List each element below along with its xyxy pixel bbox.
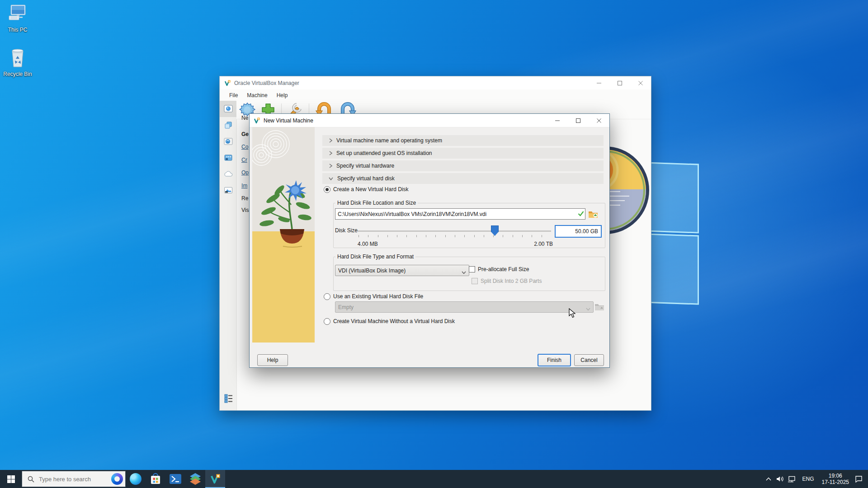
slider-handle[interactable] [491, 225, 499, 236]
cloud-icon [224, 170, 233, 178]
choose-disk-file-button[interactable] [587, 209, 599, 219]
slider-track[interactable] [358, 230, 551, 232]
expander-hard-disk[interactable]: Specify virtual hard disk [322, 173, 604, 184]
manager-maximize-button[interactable] [609, 76, 630, 89]
desktop-icon-recycle-bin[interactable]: Recycle Bin [0, 47, 35, 77]
radio-no-disk-label[interactable]: Create Virtual Machine Without a Virtual… [333, 318, 455, 324]
help-button[interactable]: Help [257, 354, 288, 366]
sidebar-extensions-button[interactable] [220, 133, 236, 150]
dialog-maximize-button[interactable] [568, 114, 589, 127]
expander-unattended[interactable]: Set up unattended guest OS installation [322, 148, 604, 159]
chevron-down-icon [328, 176, 334, 181]
close-icon [638, 80, 643, 86]
welcome-link-fragment[interactable]: Im [241, 183, 247, 189]
copilot-icon[interactable] [111, 473, 123, 485]
menu-file[interactable]: File [225, 90, 242, 100]
sidebar-media-button[interactable] [220, 150, 236, 166]
edge-icon [130, 473, 142, 485]
group-location-size-label: Hard Disk File Location and Size [335, 200, 418, 206]
taskbar-virtualbox-button[interactable] [205, 470, 225, 488]
expander-label: Specify virtual hardware [336, 163, 394, 169]
existing-disk-dropdown: Empty [335, 301, 594, 313]
minimize-icon [555, 118, 560, 123]
dialog-titlebar[interactable]: New Virtual Machine [250, 114, 609, 127]
taskbar-edge-button[interactable] [126, 470, 146, 488]
dialog-illustration [252, 127, 315, 343]
manager-close-button[interactable] [630, 76, 651, 89]
help-button-label: Help [267, 357, 278, 363]
menu-help[interactable]: Help [272, 90, 292, 100]
welcome-link-fragment[interactable]: Co [241, 144, 248, 150]
taskbar-layers-button[interactable] [185, 470, 205, 488]
maximize-icon [576, 118, 581, 123]
tray-volume-button[interactable] [774, 470, 786, 488]
welcome-fragment: Vis [241, 207, 249, 213]
radio-create-new-disk-label[interactable]: Create a New Virtual Hard Disk [333, 186, 409, 192]
taskbar-store-button[interactable] [146, 470, 165, 488]
desktop: This PC Recycle Bin Oracle VirtualBox Ma… [0, 0, 868, 488]
radio-use-existing-disk-label[interactable]: Use an Existing Virtual Hard Disk File [333, 293, 423, 300]
preallocate-checkbox-label[interactable]: Pre-allocate Full Size [478, 266, 529, 272]
taskbar-powershell-button[interactable] [165, 470, 185, 488]
taskbar-search[interactable] [22, 471, 126, 487]
tray-clock-button[interactable]: 19:06 17-11-2025 [818, 473, 853, 485]
search-input[interactable] [38, 475, 103, 483]
layers-icon [189, 473, 201, 485]
split-disk-checkbox-label: Split Disk Into 2 GB Parts [481, 278, 542, 284]
expander-label: Specify virtual hard disk [337, 175, 395, 182]
disk-size-slider[interactable] [358, 225, 551, 239]
sidebar-snapshots-button[interactable] [220, 182, 236, 198]
manager-minimize-button[interactable] [589, 76, 609, 89]
welcome-fragment: Re [241, 195, 248, 202]
taskbar: ENG 19:06 17-11-2025 [0, 470, 868, 488]
sidebar-machines-button[interactable] [220, 117, 236, 133]
group-type-format-label: Hard Disk File Type and Format [335, 253, 415, 260]
sidebar-home-button[interactable] [220, 101, 236, 117]
manager-titlebar[interactable]: Oracle VirtualBox Manager [220, 76, 651, 89]
tray-chevron-up-button[interactable] [763, 470, 774, 488]
menu-machine[interactable]: Machine [242, 90, 272, 100]
radio-create-new-disk[interactable] [324, 186, 330, 193]
slider-ticks [359, 235, 550, 237]
tray-date: 17-11-2025 [822, 479, 849, 485]
maximize-icon [617, 80, 623, 86]
desktop-icon-this-pc[interactable]: This PC [0, 4, 35, 33]
finish-button[interactable]: Finish [538, 354, 571, 366]
virtualbox-logo-icon [253, 117, 260, 124]
expander-hardware[interactable]: Specify virtual hardware [322, 160, 604, 171]
start-button[interactable] [0, 470, 22, 488]
disk-size-value-input[interactable] [555, 225, 602, 238]
tray-network-button[interactable] [786, 470, 798, 488]
cancel-button[interactable]: Cancel [574, 354, 604, 366]
split-disk-checkbox [472, 278, 478, 284]
media-icon [224, 154, 233, 162]
disk-file-path-input[interactable] [335, 208, 585, 220]
radio-use-existing-disk[interactable] [324, 293, 330, 300]
dialog-minimize-button[interactable] [547, 114, 568, 127]
sidebar-log-button[interactable] [220, 390, 236, 407]
valid-check-icon [578, 211, 584, 216]
welcome-link-fragment[interactable]: Cr [241, 157, 247, 163]
action-center-icon [855, 475, 863, 483]
pictures-icon [224, 186, 233, 194]
action-center-button[interactable] [853, 470, 864, 488]
tray-time: 19:06 [822, 473, 849, 479]
radio-no-disk[interactable] [324, 318, 330, 325]
recycle-bin-icon [8, 47, 28, 69]
chevron-right-icon [328, 138, 333, 143]
this-pc-icon [7, 4, 28, 24]
preallocate-checkbox[interactable] [469, 266, 475, 272]
dialog-close-button[interactable] [589, 114, 609, 127]
welcome-link-fragment[interactable]: Op [241, 169, 249, 176]
tray-language-button[interactable]: ENG [798, 476, 818, 482]
powershell-icon [170, 474, 181, 484]
dialog-title: New Virtual Machine [264, 117, 313, 124]
sidebar-cloud-button[interactable] [220, 166, 236, 182]
chevron-right-icon [328, 163, 333, 169]
system-tray: ENG 19:06 17-11-2025 [763, 470, 868, 488]
cancel-button-label: Cancel [580, 357, 597, 363]
manager-title: Oracle VirtualBox Manager [234, 80, 299, 86]
log-list-icon [224, 394, 233, 404]
expander-name-os[interactable]: Virtual machine name and operating syste… [322, 135, 604, 146]
disk-type-dropdown[interactable]: VDI (VirtualBox Disk Image) [335, 265, 469, 276]
